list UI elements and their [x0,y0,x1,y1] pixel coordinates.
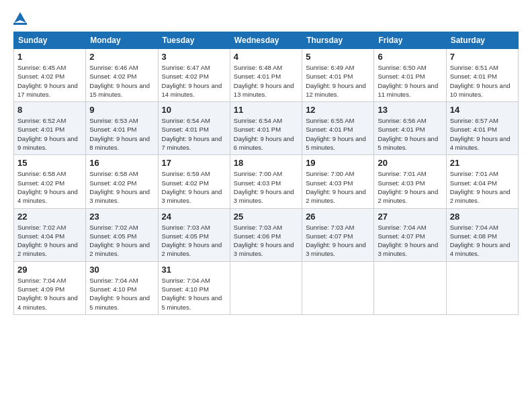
day-detail: Sunrise: 7:00 AMSunset: 4:03 PMDaylight:… [234,169,298,205]
day-number: 4 [234,52,298,62]
day-detail: Sunrise: 6:52 AMSunset: 4:01 PMDaylight:… [17,116,82,152]
day-detail: Sunrise: 6:59 AMSunset: 4:02 PMDaylight:… [162,169,226,205]
svg-marker-0 [14,12,26,23]
calendar-cell: 20Sunrise: 7:01 AMSunset: 4:03 PMDayligh… [374,155,446,208]
calendar-cell: 29Sunrise: 7:04 AMSunset: 4:09 PMDayligh… [14,261,86,314]
day-detail: Sunrise: 7:04 AMSunset: 4:10 PMDaylight:… [89,276,154,312]
calendar-cell: 24Sunrise: 7:03 AMSunset: 4:05 PMDayligh… [158,208,230,261]
calendar-cell: 2Sunrise: 6:46 AMSunset: 4:02 PMDaylight… [86,49,158,102]
calendar-cell: 18Sunrise: 7:00 AMSunset: 4:03 PMDayligh… [230,155,302,208]
calendar-cell: 14Sunrise: 6:57 AMSunset: 4:01 PMDayligh… [446,102,518,155]
calendar-cell: 11Sunrise: 6:54 AMSunset: 4:01 PMDayligh… [230,102,302,155]
day-detail: Sunrise: 6:53 AMSunset: 4:01 PMDaylight:… [89,116,154,152]
calendar-table: SundayMondayTuesdayWednesdayThursdayFrid… [13,32,519,315]
day-detail: Sunrise: 6:47 AMSunset: 4:02 PMDaylight:… [162,63,226,99]
day-number: 15 [17,158,82,168]
day-number: 17 [162,158,226,168]
day-detail: Sunrise: 7:04 AMSunset: 4:07 PMDaylight:… [378,223,442,259]
day-number: 7 [450,52,515,62]
weekday-header-sunday: Sunday [14,32,86,49]
weekday-header-row: SundayMondayTuesdayWednesdayThursdayFrid… [14,32,519,49]
day-detail: Sunrise: 7:04 AMSunset: 4:09 PMDaylight:… [17,276,82,312]
day-number: 25 [234,212,298,222]
calendar-cell: 19Sunrise: 7:00 AMSunset: 4:03 PMDayligh… [302,155,374,208]
day-detail: Sunrise: 6:51 AMSunset: 4:01 PMDaylight:… [450,63,515,99]
day-number: 3 [162,52,226,62]
calendar-cell: 5Sunrise: 6:49 AMSunset: 4:01 PMDaylight… [302,49,374,102]
day-number: 11 [234,105,298,115]
day-number: 10 [162,105,226,115]
calendar-cell: 21Sunrise: 7:01 AMSunset: 4:04 PMDayligh… [446,155,518,208]
day-number: 8 [17,105,82,115]
day-detail: Sunrise: 7:02 AMSunset: 4:05 PMDaylight:… [89,223,154,259]
day-detail: Sunrise: 6:54 AMSunset: 4:01 PMDaylight:… [162,116,226,152]
week-row-3: 15Sunrise: 6:58 AMSunset: 4:02 PMDayligh… [14,155,519,208]
day-number: 23 [89,212,154,222]
weekday-header-wednesday: Wednesday [230,32,302,49]
day-detail: Sunrise: 7:01 AMSunset: 4:04 PMDaylight:… [450,169,515,205]
week-row-5: 29Sunrise: 7:04 AMSunset: 4:09 PMDayligh… [14,261,519,314]
calendar-cell: 9Sunrise: 6:53 AMSunset: 4:01 PMDaylight… [86,102,158,155]
calendar-cell: 1Sunrise: 6:45 AMSunset: 4:02 PMDaylight… [14,49,86,102]
day-number: 26 [306,212,370,222]
day-detail: Sunrise: 6:46 AMSunset: 4:02 PMDaylight:… [89,63,154,99]
day-detail: Sunrise: 7:03 AMSunset: 4:05 PMDaylight:… [162,223,226,259]
calendar-cell [302,261,374,314]
day-number: 1 [17,52,82,62]
day-number: 31 [162,265,226,275]
calendar-cell: 4Sunrise: 6:48 AMSunset: 4:01 PMDaylight… [230,49,302,102]
day-number: 18 [234,158,298,168]
header [13,11,519,25]
day-detail: Sunrise: 7:02 AMSunset: 4:04 PMDaylight:… [17,223,82,259]
calendar-cell: 23Sunrise: 7:02 AMSunset: 4:05 PMDayligh… [86,208,158,261]
week-row-2: 8Sunrise: 6:52 AMSunset: 4:01 PMDaylight… [14,102,519,155]
week-row-1: 1Sunrise: 6:45 AMSunset: 4:02 PMDaylight… [14,49,519,102]
day-number: 16 [89,158,154,168]
weekday-header-friday: Friday [374,32,446,49]
weekday-header-saturday: Saturday [446,32,518,49]
logo [13,11,27,25]
day-detail: Sunrise: 7:00 AMSunset: 4:03 PMDaylight:… [306,169,370,205]
day-detail: Sunrise: 6:58 AMSunset: 4:02 PMDaylight:… [17,169,82,205]
day-detail: Sunrise: 6:49 AMSunset: 4:01 PMDaylight:… [306,63,370,99]
calendar-cell [374,261,446,314]
day-detail: Sunrise: 6:48 AMSunset: 4:01 PMDaylight:… [234,63,298,99]
day-number: 30 [89,265,154,275]
calendar-cell: 22Sunrise: 7:02 AMSunset: 4:04 PMDayligh… [14,208,86,261]
day-number: 13 [378,105,442,115]
day-detail: Sunrise: 6:56 AMSunset: 4:01 PMDaylight:… [378,116,442,152]
calendar-cell: 15Sunrise: 6:58 AMSunset: 4:02 PMDayligh… [14,155,86,208]
day-number: 21 [450,158,515,168]
weekday-header-monday: Monday [86,32,158,49]
day-detail: Sunrise: 6:57 AMSunset: 4:01 PMDaylight:… [450,116,515,152]
day-number: 22 [17,212,82,222]
day-number: 9 [89,105,154,115]
weekday-header-thursday: Thursday [302,32,374,49]
calendar-cell: 3Sunrise: 6:47 AMSunset: 4:02 PMDaylight… [158,49,230,102]
day-detail: Sunrise: 7:04 AMSunset: 4:10 PMDaylight:… [162,276,226,312]
day-number: 24 [162,212,226,222]
calendar-cell: 25Sunrise: 7:03 AMSunset: 4:06 PMDayligh… [230,208,302,261]
day-detail: Sunrise: 7:04 AMSunset: 4:08 PMDaylight:… [450,223,515,259]
day-detail: Sunrise: 7:03 AMSunset: 4:06 PMDaylight:… [234,223,298,259]
day-number: 27 [378,212,442,222]
day-number: 6 [378,52,442,62]
calendar-cell: 16Sunrise: 6:58 AMSunset: 4:02 PMDayligh… [86,155,158,208]
calendar-cell: 17Sunrise: 6:59 AMSunset: 4:02 PMDayligh… [158,155,230,208]
day-number: 19 [306,158,370,168]
day-number: 14 [450,105,515,115]
calendar-cell [446,261,518,314]
day-number: 20 [378,158,442,168]
day-number: 12 [306,105,370,115]
day-detail: Sunrise: 6:58 AMSunset: 4:02 PMDaylight:… [89,169,154,205]
day-detail: Sunrise: 6:54 AMSunset: 4:01 PMDaylight:… [234,116,298,152]
weekday-header-tuesday: Tuesday [158,32,230,49]
calendar-cell: 13Sunrise: 6:56 AMSunset: 4:01 PMDayligh… [374,102,446,155]
calendar-cell: 26Sunrise: 7:03 AMSunset: 4:07 PMDayligh… [302,208,374,261]
calendar-cell: 6Sunrise: 6:50 AMSunset: 4:01 PMDaylight… [374,49,446,102]
day-detail: Sunrise: 6:45 AMSunset: 4:02 PMDaylight:… [17,63,82,99]
day-detail: Sunrise: 6:50 AMSunset: 4:01 PMDaylight:… [378,63,442,99]
calendar-page: SundayMondayTuesdayWednesdayThursdayFrid… [0,0,532,411]
calendar-cell: 12Sunrise: 6:55 AMSunset: 4:01 PMDayligh… [302,102,374,155]
day-detail: Sunrise: 6:55 AMSunset: 4:01 PMDaylight:… [306,116,370,152]
